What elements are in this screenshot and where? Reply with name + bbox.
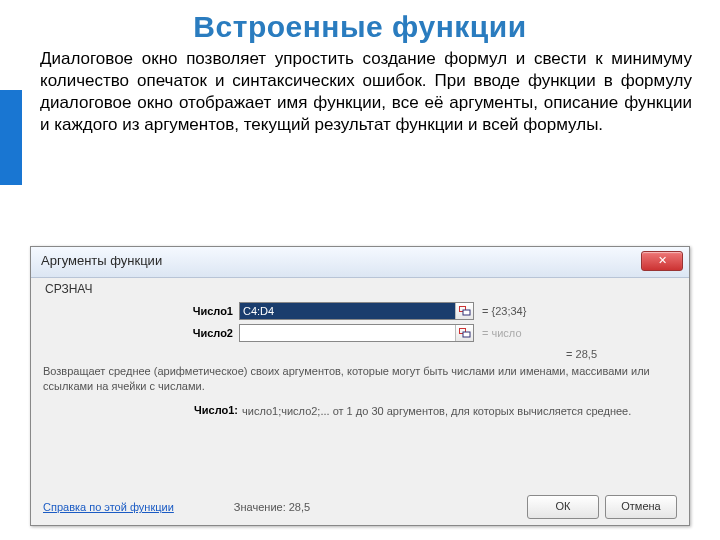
arg2-input[interactable] (239, 324, 474, 342)
cancel-button[interactable]: Отмена (605, 495, 677, 519)
help-link[interactable]: Справка по этой функции (43, 501, 174, 513)
argument-help-label: Число1: (43, 404, 242, 419)
dialog-title: Аргументы функции (41, 253, 162, 268)
close-button[interactable]: ✕ (641, 251, 683, 271)
arg2-result: = число (474, 327, 522, 339)
argument-row-1: Число1 = {23;34} (43, 302, 677, 320)
svg-rect-1 (463, 310, 470, 315)
value-label: Значение: 28,5 (234, 501, 310, 513)
arg1-label: Число1 (43, 305, 239, 317)
function-arguments-dialog: Аргументы функции ✕ СРЗНАЧ Число1 = {23;… (30, 246, 690, 526)
argument-help: Число1: число1;число2;... от 1 до 30 арг… (43, 404, 677, 419)
argument-row-2: Число2 = число (43, 324, 677, 342)
page-heading: Встроенные функции (0, 0, 720, 44)
decorative-sidebar (0, 90, 22, 185)
ok-button[interactable]: ОК (527, 495, 599, 519)
arg1-result: = {23;34} (474, 305, 526, 317)
intro-paragraph: Диалоговое окно позволяет упростить созд… (0, 44, 720, 144)
dialog-titlebar[interactable]: Аргументы функции ✕ (31, 247, 689, 278)
svg-rect-3 (463, 332, 470, 337)
function-description: Возвращает среднее (арифметическое) свои… (43, 364, 677, 394)
function-result: = 28,5 (43, 348, 677, 360)
arg2-label: Число2 (43, 327, 239, 339)
function-name-label: СРЗНАЧ (43, 282, 677, 296)
range-selector-icon[interactable] (455, 303, 473, 319)
range-selector-icon[interactable] (455, 325, 473, 341)
argument-help-text: число1;число2;... от 1 до 30 аргументов,… (242, 404, 677, 419)
arg1-input[interactable] (239, 302, 474, 320)
